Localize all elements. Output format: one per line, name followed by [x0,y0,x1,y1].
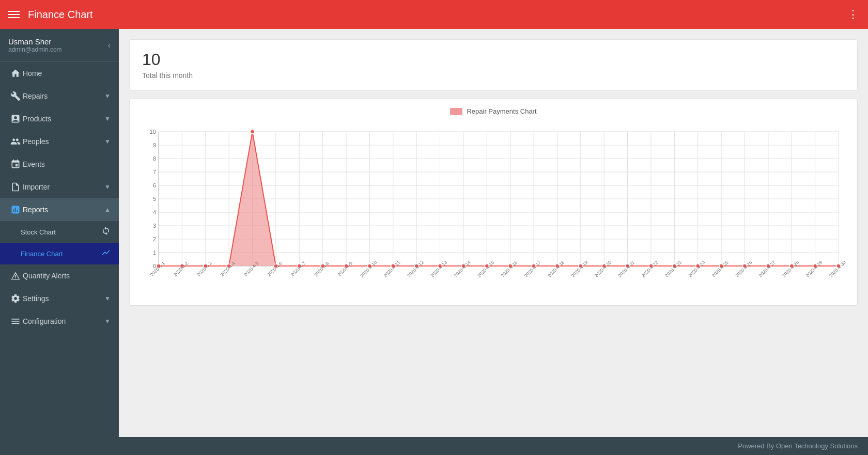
settings-chevron-icon: ▼ [104,295,111,302]
sidebar-collapse-icon[interactable]: ‹ [108,41,111,50]
sidebar-item-peoples-label: Peoples [23,137,104,146]
legend-color [450,108,462,115]
quantity-alerts-icon [8,271,23,281]
importer-icon [8,182,23,192]
sidebar-item-events[interactable]: Events [0,153,119,176]
sidebar-item-repairs[interactable]: Repairs ▼ [0,85,119,107]
events-icon [8,159,23,169]
sidebar-item-events-label: Events [23,160,111,168]
importer-chevron-icon: ▼ [104,183,111,191]
user-section: Usman Sher admin@admin.com ‹ [0,29,119,62]
sidebar-item-importer-label: Importer [23,183,104,191]
sidebar-item-settings-label: Settings [23,294,104,303]
stock-chart-label: Stock Chart [21,228,56,236]
stats-label: Total this month [142,71,845,80]
products-chevron-icon: ▼ [104,115,111,122]
hamburger-menu[interactable] [8,11,20,18]
sidebar-item-settings[interactable]: Settings ▼ [0,287,119,310]
sidebar-subitem-finance-chart[interactable]: Finance Chart [0,243,119,264]
chart-container [138,121,849,297]
chart-legend: Repair Payments Chart [138,107,849,115]
stock-chart-icon [101,226,111,238]
sidebar-item-home[interactable]: Home [0,62,119,85]
stats-number: 10 [142,50,845,69]
reports-chevron-icon: ▲ [104,206,111,213]
products-icon [8,114,23,124]
sidebar-item-home-label: Home [23,69,111,77]
sidebar-item-configuration-label: Configuration [23,317,104,325]
sidebar-item-products-label: Products [23,115,104,123]
user-email: admin@admin.com [8,46,62,53]
stats-card: 10 Total this month [129,39,858,90]
configuration-chevron-icon: ▼ [104,318,111,325]
repairs-chevron-icon: ▼ [104,92,111,100]
sidebar-item-repairs-label: Repairs [23,92,104,100]
sidebar-item-reports[interactable]: Reports ▲ [0,198,119,221]
finance-chart-icon [101,248,111,259]
peoples-icon [8,136,23,147]
sidebar-item-products[interactable]: Products ▼ [0,107,119,130]
footer: Powered By Open Technology Solutions [0,437,868,455]
content-area: 10 Total this month Repair Payments Char… [119,29,868,437]
sidebar-subitem-stock-chart[interactable]: Stock Chart [0,221,119,243]
finance-chart-label: Finance Chart [21,250,63,258]
sidebar-item-importer[interactable]: Importer ▼ [0,176,119,198]
footer-text: Powered By Open Technology Solutions [738,442,858,450]
repairs-icon [8,91,23,101]
sidebar: Usman Sher admin@admin.com ‹ Home Repair… [0,29,119,437]
topbar: Finance Chart ⋮ [0,0,868,29]
topbar-more-icon[interactable]: ⋮ [847,8,860,21]
sidebar-item-quantity-alerts[interactable]: Quantity Alerts [0,264,119,287]
settings-icon [8,293,23,304]
chart-card: Repair Payments Chart [129,99,858,306]
sidebar-item-configuration[interactable]: Configuration ▼ [0,310,119,333]
legend-label: Repair Payments Chart [467,107,536,115]
sidebar-item-peoples[interactable]: Peoples ▼ [0,130,119,153]
user-name: Usman Sher [8,37,62,46]
topbar-title: Finance Chart [28,9,93,21]
reports-icon [8,205,23,215]
configuration-icon [8,316,23,326]
peoples-chevron-icon: ▼ [104,138,111,145]
sidebar-item-quantity-alerts-label: Quantity Alerts [23,272,111,280]
home-icon [8,68,23,79]
sidebar-item-reports-label: Reports [23,206,104,214]
